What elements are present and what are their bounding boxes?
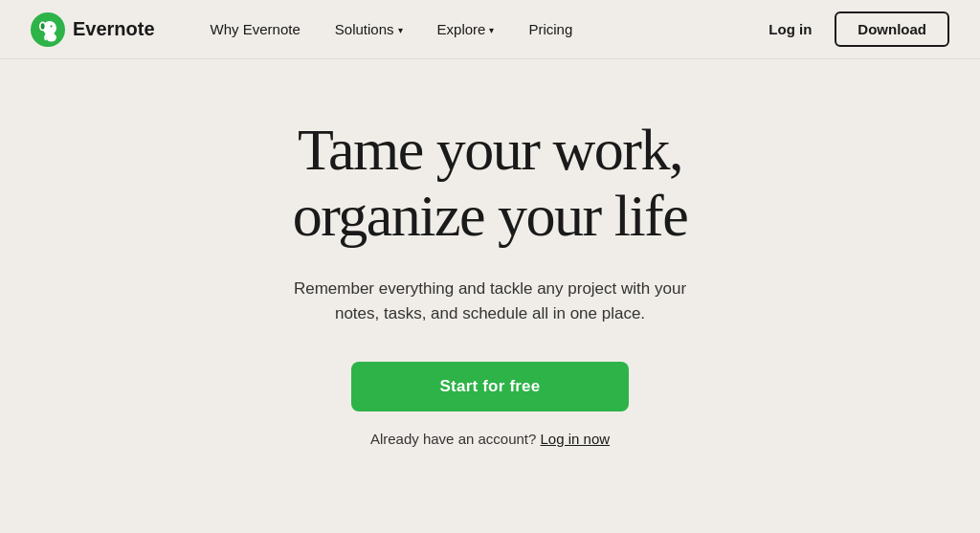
svg-point-4	[51, 25, 53, 27]
nav-explore[interactable]: Explore ▾	[420, 21, 512, 37]
nav-right: Log in Download	[761, 11, 949, 47]
login-link[interactable]: Log in	[761, 21, 819, 37]
brand-name: Evernote	[73, 18, 155, 40]
nav-pricing[interactable]: Pricing	[511, 21, 590, 37]
already-account-text: Already have an account? Log in now	[370, 431, 610, 447]
hero-title: Tame your work, organize your life	[293, 117, 688, 250]
nav-why-evernote[interactable]: Why Evernote	[193, 21, 318, 37]
hero-section: Tame your work, organize your life Remem…	[0, 59, 980, 485]
brand-logo[interactable]: Evernote	[31, 12, 155, 47]
evernote-logo-icon	[31, 12, 65, 47]
hero-subtitle: Remember everything and tackle any proje…	[284, 277, 696, 327]
download-button[interactable]: Download	[835, 11, 949, 47]
navigation: Evernote Why Evernote Solutions ▾ Explor…	[0, 0, 980, 59]
svg-point-6	[46, 33, 56, 41]
login-now-link[interactable]: Log in now	[541, 431, 611, 447]
svg-point-5	[41, 23, 45, 29]
nav-solutions[interactable]: Solutions ▾	[318, 21, 420, 37]
start-free-button[interactable]: Start for free	[351, 362, 629, 411]
nav-links: Why Evernote Solutions ▾ Explore ▾ Prici…	[193, 21, 762, 37]
solutions-chevron-icon: ▾	[398, 25, 403, 35]
explore-chevron-icon: ▾	[489, 25, 494, 35]
